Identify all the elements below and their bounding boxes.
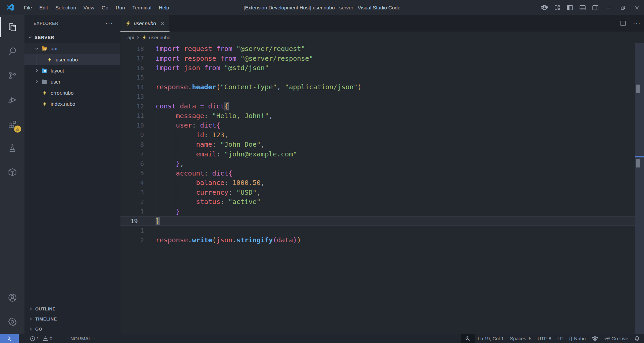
code-line[interactable]: 1 } xyxy=(120,207,644,216)
menu-view[interactable]: View xyxy=(80,0,98,15)
line-number[interactable]: 18 xyxy=(120,45,144,52)
breadcrumb-folder[interactable]: api xyxy=(127,35,134,40)
code-line[interactable]: 17import response from "@server/response… xyxy=(120,54,644,63)
code-line[interactable]: 14response.header("Content-Type", "appli… xyxy=(120,82,644,92)
line-number[interactable]: 19 xyxy=(120,217,144,225)
line-number[interactable]: 12 xyxy=(120,103,144,110)
code-line[interactable]: 18import request from "@server/request" xyxy=(120,44,644,54)
problems-status[interactable]: 1 0 xyxy=(27,334,55,343)
line-number[interactable]: 16 xyxy=(120,64,144,71)
indent-guide xyxy=(156,207,156,216)
tree-item-user-nubo[interactable]: user.nubo xyxy=(24,54,120,65)
code-line[interactable]: 2response.write(json.stringify(data)) xyxy=(120,235,644,245)
line-number[interactable]: 6 xyxy=(120,160,144,167)
code-line[interactable]: 5 account: dict{ xyxy=(120,168,644,178)
layout-customize-icon[interactable] xyxy=(551,0,564,15)
code-line[interactable]: 9 id: 123, xyxy=(120,130,644,140)
menu-edit[interactable]: Edit xyxy=(36,0,52,15)
testing-icon[interactable] xyxy=(0,136,24,160)
monkey-icon[interactable] xyxy=(538,0,551,15)
code-line[interactable]: 8 name: "John Doe", xyxy=(120,140,644,149)
remote-indicator[interactable] xyxy=(0,334,19,343)
tab-close-icon[interactable] xyxy=(160,21,165,26)
code-line[interactable]: 6 }, xyxy=(120,159,644,168)
close-icon[interactable] xyxy=(630,0,644,15)
line-number[interactable]: 7 xyxy=(120,150,144,157)
toggle-panel-icon[interactable] xyxy=(576,0,589,15)
line-number[interactable]: 1 xyxy=(120,208,144,215)
menu-run[interactable]: Run xyxy=(112,0,129,15)
code-line[interactable]: 3 currency: "USD", xyxy=(120,188,644,197)
section-outline[interactable]: OUTLINE xyxy=(24,304,120,314)
line-number[interactable]: 5 xyxy=(120,169,144,177)
code-line[interactable]: 2 status: "active" xyxy=(120,197,644,207)
scrollbar-overview-ruler[interactable] xyxy=(635,43,644,334)
code-line[interactable]: 15 xyxy=(120,73,644,83)
search-icon[interactable] xyxy=(0,39,24,63)
containers-icon[interactable] xyxy=(0,160,24,184)
split-editor-icon[interactable] xyxy=(616,20,630,26)
zoom-status-icon[interactable] xyxy=(461,334,475,343)
menu-file[interactable]: File xyxy=(20,0,36,15)
language-status[interactable]: {} Nubo xyxy=(566,334,589,343)
line-number[interactable]: 4 xyxy=(120,179,144,186)
line-number[interactable]: 10 xyxy=(120,122,144,129)
code-editor[interactable]: 18import request from "@server/request"1… xyxy=(120,43,644,334)
extensions-icon[interactable]: ⚠ xyxy=(0,112,24,136)
vscode-logo-icon[interactable] xyxy=(0,0,20,15)
sidebar-more-actions[interactable]: ··· xyxy=(105,20,113,27)
explorer-icon[interactable] xyxy=(0,15,24,39)
code-line[interactable]: 16import json from "@std/json" xyxy=(120,63,644,73)
line-number[interactable]: 1 xyxy=(120,227,144,234)
tree-item-user[interactable]: user xyxy=(24,76,120,87)
line-number[interactable]: 3 xyxy=(120,189,144,196)
tab-user-nubo[interactable]: user.nubo xyxy=(120,15,170,32)
accounts-icon[interactable] xyxy=(0,286,24,310)
line-number[interactable]: 8 xyxy=(120,141,144,148)
tree-item-layout[interactable]: layout xyxy=(24,65,120,76)
line-number[interactable]: 14 xyxy=(120,84,144,91)
toggle-secondary-sidebar-icon[interactable] xyxy=(589,0,602,15)
settings-gear-icon[interactable] xyxy=(0,310,24,334)
restore-icon[interactable] xyxy=(616,0,630,15)
tree-item-error-nubo[interactable]: error.nubo xyxy=(24,87,120,98)
line-number[interactable]: 13 xyxy=(120,93,144,100)
code-line[interactable]: 10 user: dict{ xyxy=(120,120,644,130)
tree-item-index-nubo[interactable]: index.nubo xyxy=(24,98,120,109)
menu-terminal[interactable]: Terminal xyxy=(129,0,155,15)
section-server[interactable]: SERVER xyxy=(24,32,120,43)
editor-more-actions-icon[interactable]: ··· xyxy=(630,20,644,27)
breadcrumb-file[interactable]: user.nubo xyxy=(149,35,170,40)
section-go[interactable]: GO xyxy=(24,324,120,334)
code-line[interactable]: 4 balance: 1000.50, xyxy=(120,178,644,188)
section-timeline[interactable]: TIMELINE xyxy=(24,314,120,324)
menu-help[interactable]: Help xyxy=(155,0,173,15)
line-number[interactable]: 11 xyxy=(120,112,144,119)
vim-mode-indicator[interactable]: -- NORMAL -- xyxy=(63,334,99,343)
line-number[interactable]: 9 xyxy=(120,131,144,138)
encoding-status[interactable]: UTF-8 xyxy=(535,334,554,343)
line-number[interactable]: 2 xyxy=(120,198,144,205)
code-line[interactable]: 11 message: "Hello, John!", xyxy=(120,111,644,121)
run-and-debug-icon[interactable] xyxy=(0,88,24,112)
go-live-status[interactable]: Go Live xyxy=(601,334,631,343)
tree-item-api[interactable]: api xyxy=(24,43,120,54)
code-line[interactable]: 19} xyxy=(120,216,644,226)
indentation-status[interactable]: Spaces: 5 xyxy=(507,334,535,343)
eol-status[interactable]: LF xyxy=(554,334,566,343)
minimize-icon[interactable] xyxy=(602,0,616,15)
menu-go[interactable]: Go xyxy=(98,0,112,15)
monkey-status-icon[interactable] xyxy=(589,334,601,343)
line-number[interactable]: 15 xyxy=(120,74,144,81)
toggle-primary-sidebar-icon[interactable] xyxy=(564,0,576,15)
menu-selection[interactable]: Selection xyxy=(52,0,80,15)
line-number[interactable]: 2 xyxy=(120,237,144,244)
code-line[interactable]: 12const data = dict{ xyxy=(120,101,644,111)
code-line[interactable]: 7 email: "john@example.com" xyxy=(120,149,644,159)
notifications-bell-icon[interactable] xyxy=(631,334,644,343)
code-line[interactable]: 13 xyxy=(120,92,644,102)
cursor-position-status[interactable]: Ln 19, Col 1 xyxy=(475,334,507,343)
line-number[interactable]: 17 xyxy=(120,55,144,62)
code-line[interactable]: 1 xyxy=(120,226,644,236)
source-control-icon[interactable] xyxy=(0,63,24,88)
